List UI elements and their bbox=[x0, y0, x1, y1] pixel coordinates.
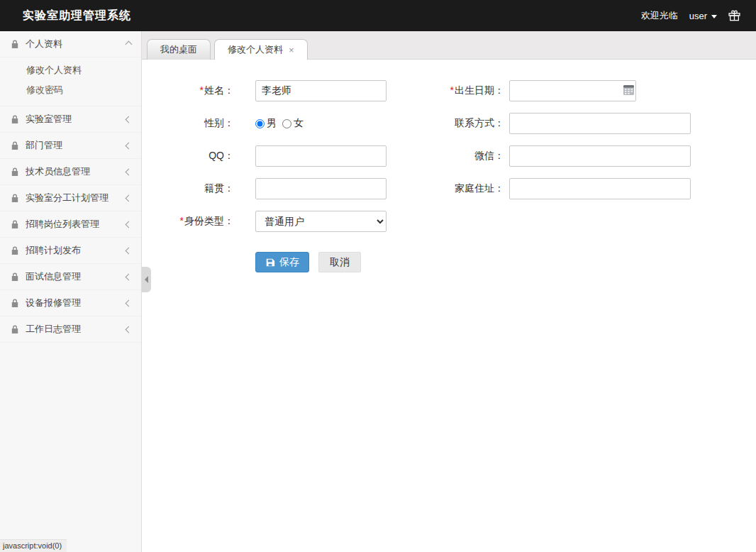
sidebar: 个人资料 修改个人资料 修改密码 实验室管理 部门管理 技术员信息管理 实验室分… bbox=[0, 31, 142, 552]
gender-radio-group: 男 女 bbox=[255, 117, 387, 130]
birthdate-field-wrap bbox=[509, 80, 636, 101]
top-bar: 实验室助理管理系统 欢迎光临 user bbox=[0, 0, 756, 31]
sidebar-collapse-handle[interactable] bbox=[142, 267, 151, 292]
lock-icon bbox=[11, 246, 19, 255]
gender-male-radio[interactable]: 男 bbox=[255, 117, 277, 130]
chevron-left-icon bbox=[126, 221, 133, 228]
lock-icon bbox=[11, 167, 19, 177]
gender-female-radio[interactable]: 女 bbox=[278, 117, 304, 130]
tab-bar: 我的桌面 修改个人资料 × bbox=[142, 31, 756, 60]
tab-my-desktop[interactable]: 我的桌面 bbox=[147, 39, 211, 60]
lock-icon bbox=[11, 40, 19, 49]
lock-icon bbox=[11, 194, 19, 203]
name-field[interactable] bbox=[255, 80, 387, 101]
form-row-hometown-address: 籍贯： 家庭住址： bbox=[142, 178, 756, 199]
sidebar-item-recruit-plan-publish[interactable]: 招聘计划发布 bbox=[0, 238, 141, 264]
user-menu[interactable]: user bbox=[689, 11, 717, 21]
required-mark: * bbox=[450, 84, 454, 96]
qq-label: QQ： bbox=[142, 150, 234, 162]
contact-field[interactable] bbox=[509, 113, 691, 134]
sidebar-item-technician-info[interactable]: 技术员信息管理 bbox=[0, 159, 141, 185]
chevron-left-icon bbox=[126, 247, 133, 254]
app-title: 实验室助理管理系统 bbox=[23, 9, 131, 23]
name-label: *姓名： bbox=[142, 84, 234, 97]
sidebar-item-equipment-repair[interactable]: 设备报修管理 bbox=[0, 290, 141, 316]
save-icon bbox=[265, 258, 275, 267]
lock-icon bbox=[11, 272, 19, 282]
lock-icon bbox=[11, 220, 19, 229]
contact-label: 联系方式： bbox=[387, 117, 504, 130]
chevron-left-icon bbox=[126, 116, 133, 123]
sidebar-item-edit-profile[interactable]: 修改个人资料 bbox=[0, 60, 141, 80]
required-mark: * bbox=[200, 84, 204, 96]
sidebar-item-work-log[interactable]: 工作日志管理 bbox=[0, 316, 141, 343]
form-row-gender-contact: 性别： 男 女 联系方式： bbox=[142, 113, 756, 134]
form-buttons: 保存 取消 bbox=[255, 252, 756, 272]
chevron-left-icon bbox=[126, 142, 133, 149]
tab-edit-profile[interactable]: 修改个人资料 × bbox=[214, 39, 308, 60]
birthdate-label: *出生日期： bbox=[387, 84, 504, 97]
status-bar-text: javascript:void(0) bbox=[0, 539, 67, 552]
save-button[interactable]: 保存 bbox=[255, 252, 309, 272]
sidebar-item-department-management[interactable]: 部门管理 bbox=[0, 133, 141, 159]
form-row-name-birthdate: *姓名： *出生日期： bbox=[142, 80, 756, 101]
chevron-down-icon bbox=[711, 15, 717, 18]
chevron-up-icon bbox=[126, 40, 133, 48]
address-label: 家庭住址： bbox=[387, 182, 504, 195]
profile-submenu: 修改个人资料 修改密码 bbox=[0, 57, 141, 106]
sidebar-item-lab-work-plan[interactable]: 实验室分工计划管理 bbox=[0, 185, 141, 211]
gift-icon[interactable] bbox=[728, 10, 740, 21]
username: user bbox=[689, 11, 707, 21]
sidebar-item-interview-info[interactable]: 面试信息管理 bbox=[0, 264, 141, 290]
lock-icon bbox=[11, 115, 19, 124]
form-row-qq-wechat: QQ： 微信： bbox=[142, 145, 756, 167]
chevron-left-icon bbox=[126, 273, 133, 280]
usertype-select[interactable]: 普通用户 bbox=[255, 211, 387, 232]
usertype-label: *身份类型： bbox=[142, 215, 234, 228]
required-mark: * bbox=[180, 215, 184, 226]
birthdate-field[interactable] bbox=[509, 80, 636, 101]
wechat-label: 微信： bbox=[387, 150, 504, 162]
address-field[interactable] bbox=[509, 178, 691, 199]
calendar-icon[interactable] bbox=[623, 85, 634, 95]
sidebar-item-profile[interactable]: 个人资料 bbox=[0, 31, 141, 57]
main-content: *姓名： *出生日期： bbox=[142, 60, 756, 552]
chevron-left-icon bbox=[126, 299, 133, 307]
sidebar-item-lab-management[interactable]: 实验室管理 bbox=[0, 106, 141, 133]
lock-icon bbox=[11, 299, 19, 308]
welcome-text: 欢迎光临 bbox=[641, 9, 678, 22]
chevron-left-icon bbox=[126, 326, 133, 333]
wechat-field[interactable] bbox=[509, 145, 691, 167]
gender-label: 性别： bbox=[142, 117, 234, 130]
hometown-field[interactable] bbox=[255, 178, 387, 199]
hometown-label: 籍贯： bbox=[142, 182, 234, 195]
sidebar-item-change-password[interactable]: 修改密码 bbox=[0, 80, 141, 100]
arrow-left-icon bbox=[145, 276, 148, 283]
sidebar-item-recruit-position-list[interactable]: 招聘岗位列表管理 bbox=[0, 211, 141, 238]
qq-field[interactable] bbox=[255, 145, 387, 167]
cancel-button[interactable]: 取消 bbox=[318, 252, 361, 272]
chevron-left-icon bbox=[126, 168, 133, 175]
form-row-usertype: *身份类型： 普通用户 bbox=[142, 211, 756, 232]
edit-profile-form: *姓名： *出生日期： bbox=[142, 60, 756, 272]
chevron-left-icon bbox=[126, 194, 133, 202]
lock-icon bbox=[11, 325, 19, 334]
header-right: 欢迎光临 user bbox=[641, 9, 740, 22]
lock-icon bbox=[11, 141, 19, 150]
close-icon[interactable]: × bbox=[289, 45, 294, 55]
